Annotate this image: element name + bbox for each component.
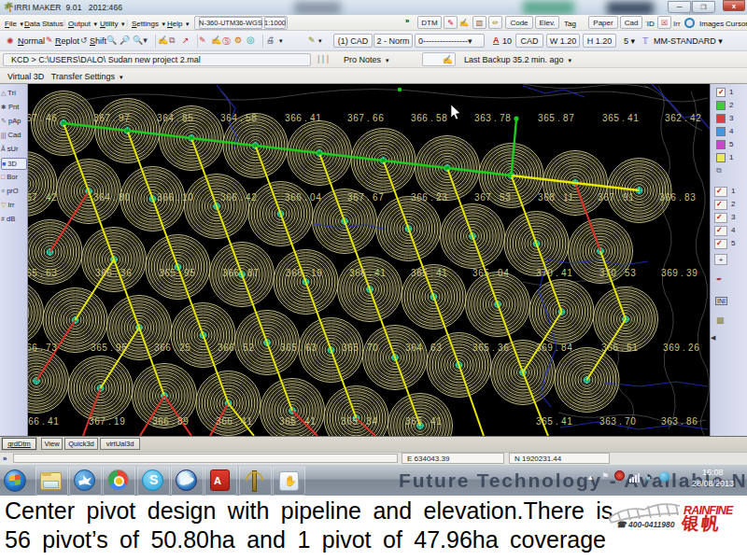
svg-text:银帆: 银帆: [680, 513, 723, 533]
svg-text:366 . 41: 366 . 41: [349, 268, 386, 278]
svg-text:362 . 42: 362 . 42: [665, 113, 701, 123]
svg-text:366 . 87: 366 . 87: [222, 268, 259, 278]
svg-text:365 . 87: 365 . 87: [538, 113, 574, 123]
svg-text:364 . 58: 364 . 58: [220, 113, 257, 123]
svg-text:☎ 400-0411980: ☎ 400-0411980: [616, 520, 675, 529]
svg-text:367 . 19: 367 . 19: [89, 416, 125, 427]
svg-text:365 . 95: 365 . 95: [159, 268, 195, 278]
svg-text:365 . 63: 365 . 63: [280, 343, 317, 353]
svg-text:365 . 41: 365 . 41: [405, 416, 442, 427]
svg-text:364 . 63: 364 . 63: [405, 343, 442, 353]
svg-text:364 . 80: 364 . 80: [93, 192, 130, 203]
svg-text:366 . 10: 366 . 10: [157, 192, 193, 203]
svg-text:365 . 41: 365 . 41: [279, 416, 316, 427]
svg-text:369 . 39: 369 . 39: [661, 268, 698, 278]
svg-text:365 . 41: 365 . 41: [411, 268, 447, 278]
svg-text:366 . 41: 366 . 41: [216, 416, 252, 427]
svg-text:363 . 70: 363 . 70: [599, 416, 636, 427]
svg-text:365 . 34: 365 . 34: [341, 416, 377, 427]
svg-text:363 . 86: 363 . 86: [661, 416, 698, 427]
svg-text:366 . 23: 366 . 23: [411, 192, 447, 203]
svg-text:370 . 41: 370 . 41: [536, 268, 572, 278]
svg-text:366 . 42: 366 . 42: [220, 192, 257, 203]
svg-text:367 . 53: 367 . 53: [474, 192, 511, 203]
svg-text:363 . 78: 363 . 78: [474, 113, 511, 123]
svg-text:365 . 41: 365 . 41: [536, 416, 572, 427]
svg-text:365 . 70: 365 . 70: [342, 343, 378, 353]
svg-text:366 . 83: 366 . 83: [659, 192, 696, 203]
svg-text:367 . 97: 367 . 97: [93, 113, 130, 123]
svg-text:365 . 41: 365 . 41: [602, 113, 639, 123]
svg-text:367 . 67: 367 . 67: [347, 192, 384, 203]
svg-text:366 . 58: 366 . 58: [411, 113, 447, 123]
svg-text:364 . 85: 364 . 85: [157, 113, 193, 123]
svg-text:365 . 95: 365 . 95: [91, 343, 127, 353]
svg-text:366 . 36: 366 . 36: [95, 268, 132, 278]
svg-text:366 . 89: 366 . 89: [152, 416, 189, 427]
svg-text:365 . 36: 365 . 36: [472, 343, 509, 353]
svg-text:366 . 04: 366 . 04: [285, 192, 321, 203]
svg-text:367 . 66: 367 . 66: [347, 113, 384, 123]
svg-text:366 . 41: 366 . 41: [285, 113, 321, 123]
svg-text:370 . 53: 370 . 53: [599, 268, 636, 278]
svg-text:366 . 25: 366 . 25: [154, 343, 190, 353]
svg-text:366 . 19: 366 . 19: [286, 268, 322, 278]
svg-text:365 . 04: 365 . 04: [472, 268, 509, 278]
svg-text:366 . 51: 366 . 51: [601, 343, 638, 353]
svg-text:369 . 84: 369 . 84: [536, 343, 572, 353]
svg-text:366 . 52: 366 . 52: [218, 343, 254, 353]
svg-text:369 . 26: 369 . 26: [663, 343, 699, 353]
svg-text:368 . 11: 368 . 11: [538, 192, 574, 203]
svg-text:367 . 91: 367 . 91: [598, 192, 634, 203]
